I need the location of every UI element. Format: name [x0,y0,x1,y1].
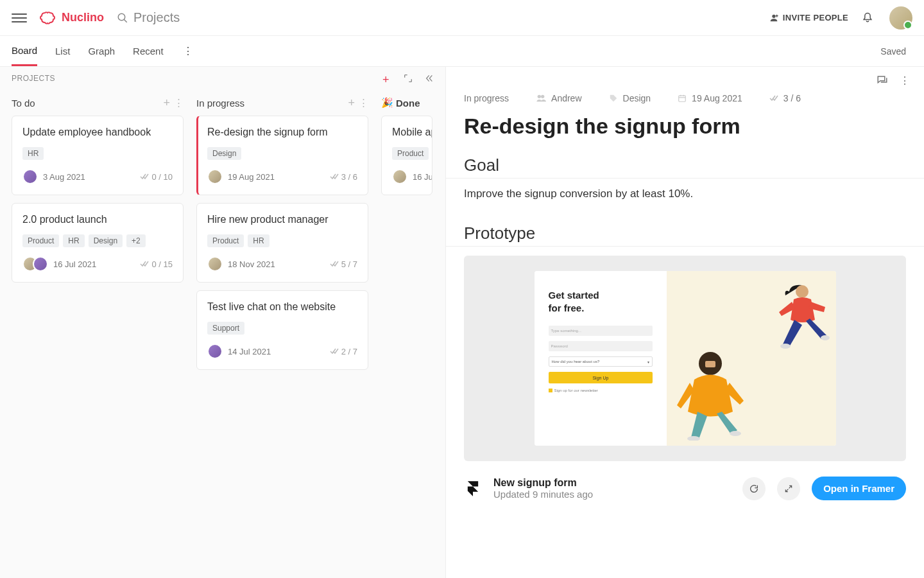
card-title: Re-design the signup form [207,127,357,138]
menu-icon[interactable] [12,10,27,26]
tag: HR [248,234,269,247]
card-date: 16 Jul 2021 [53,259,96,269]
proto-input: Password [549,341,653,351]
prototype-embed[interactable]: Get startedfor free. Type something... P… [464,256,906,461]
card[interactable]: 2.0 product launch Product HR Design +2 … [12,203,184,283]
calendar-icon [678,94,687,103]
app-name: Nuclino [62,11,104,24]
prototype-illustration [667,271,835,446]
card-avatars [22,169,38,184]
expand-icon[interactable] [403,73,413,83]
prototype-heading[interactable]: Prototype [446,218,924,247]
column-add-icon[interactable]: + [348,96,355,110]
bell-icon[interactable] [861,12,874,24]
tag: Design [89,234,123,247]
card-avatars [22,256,48,272]
proto-input: Type something... [549,326,653,336]
collapse-icon[interactable] [424,73,434,83]
card[interactable]: Update employee handbook HR 3 Aug 2021 0… [12,116,184,195]
checklist-icon [330,348,339,355]
tag: Design [207,147,241,160]
svg-point-11 [780,344,791,349]
svg-point-4 [541,95,544,98]
detail-more-icon[interactable]: ⋮ [900,74,910,87]
column-title: Done [396,98,420,109]
card[interactable]: Test live chat on the website Support 14… [196,290,368,370]
column-more-icon[interactable]: ⋮ [359,97,368,109]
column-todo: To do + ⋮ Update employee handbook HR 3 … [12,90,184,378]
card-title: Mobile ap [392,127,422,138]
proto-submit: Sign Up [549,372,653,383]
comments-icon[interactable] [877,74,888,86]
search-icon [117,12,128,24]
app-logo[interactable]: Nuclino [40,11,104,25]
due-date[interactable]: 19 Aug 2021 [678,93,742,103]
detail-panel: ⋮ In progress Andrew Design 19 Aug 2021 … [446,67,924,578]
add-icon[interactable]: + [382,73,393,83]
svg-rect-5 [679,96,686,101]
card-date: 3 Aug 2021 [43,172,85,182]
user-avatar[interactable] [889,6,912,30]
card-title: 2.0 product launch [22,214,173,225]
status[interactable]: In progress [464,93,509,103]
card-avatars [207,169,223,184]
card[interactable]: Re-design the signup form Design 19 Aug … [196,116,368,195]
checklist-icon [330,261,339,267]
card-progress: 5 / 7 [330,259,357,269]
embed-info: New signup form Updated 9 minutes ago Op… [446,465,924,512]
card[interactable]: Hire new product manager Product HR 18 N… [196,203,368,283]
tag: HR [22,147,44,160]
tab-board[interactable]: Board [12,37,37,66]
prototype-preview: Get startedfor free. Type something... P… [535,271,836,446]
embed-updated: Updated 9 minutes ago [493,489,731,500]
column-title: To do [12,98,35,109]
invite-button[interactable]: INVITE PEOPLE [769,13,848,23]
column-add-icon[interactable]: + [163,96,170,110]
tab-list[interactable]: List [55,37,70,65]
svg-point-0 [118,13,125,21]
person-add-icon [769,13,779,23]
checklist-icon [330,173,339,180]
proto-select: How did you hear about us?▾ [549,356,653,367]
people-icon [536,94,546,103]
refresh-button[interactable] [742,477,766,500]
expand-icon [784,484,793,493]
svg-point-12 [821,335,830,340]
column-more-icon[interactable]: ⋮ [174,97,184,109]
card-progress: 3 / 6 [330,172,357,182]
embed-title: New signup form [493,477,731,489]
search-placeholder: Projects [133,10,180,25]
open-framer-button[interactable]: Open in Framer [812,477,906,500]
tab-recent[interactable]: Recent [133,37,164,65]
board-columns: To do + ⋮ Update employee handbook HR 3 … [0,90,445,378]
card-date: 14 Jul 2021 [228,347,271,356]
framer-icon [464,480,482,498]
assignee[interactable]: Andrew [536,93,581,103]
progress[interactable]: 3 / 6 [769,93,801,103]
tag: HR [63,234,84,247]
goal-text[interactable]: Improve the signup conversion by at leas… [446,188,924,218]
tag: Product [22,234,59,247]
card-title: Test live chat on the website [207,301,357,313]
card-avatars [207,256,223,272]
card-date: 19 Aug 2021 [228,172,275,182]
view-tabs: Board List Graph Recent ⋮ Saved [0,36,924,67]
tabs-more-icon[interactable]: ⋮ [182,45,194,57]
search[interactable]: Projects [117,10,180,25]
goal-heading[interactable]: Goal [446,150,924,179]
card-progress: 0 / 10 [140,172,173,182]
card-progress: 0 / 15 [140,259,173,269]
column-inprogress: In progress + ⋮ Re-design the signup for… [196,90,368,378]
card-title: Update employee handbook [22,127,173,138]
expand-button[interactable] [777,477,800,500]
card[interactable]: Mobile ap Product 16 Jun [381,116,432,195]
tab-graph[interactable]: Graph [88,37,115,65]
detail-meta: In progress Andrew Design 19 Aug 2021 3 … [446,87,924,110]
tag: Product [207,234,244,247]
detail-title[interactable]: Re-design the signup form [446,110,924,150]
tag[interactable]: Design [609,93,651,103]
card-title: Hire new product manager [207,214,357,225]
tag: +2 [126,234,146,247]
app-header: Nuclino Projects INVITE PEOPLE [0,0,924,36]
checklist-icon [140,173,149,180]
